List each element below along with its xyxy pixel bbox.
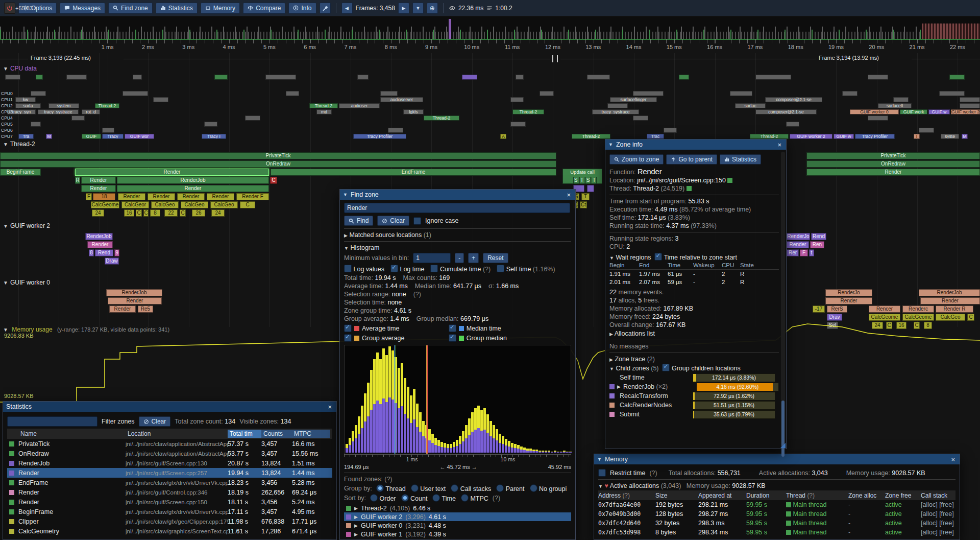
zone-bar[interactable]: C — [270, 177, 277, 184]
histogram-bar[interactable] — [440, 442, 443, 453]
filter-zones-input[interactable] — [7, 416, 97, 427]
cpu-zone-bar[interactable] — [380, 91, 398, 96]
allocation-column-header[interactable]: Size — [655, 492, 698, 499]
allocation-appeared[interactable]: 298.3 ms — [698, 520, 746, 527]
histogram-bar[interactable] — [560, 452, 562, 453]
histogram-bar[interactable] — [410, 395, 412, 453]
histogram-bar[interactable] — [413, 389, 415, 453]
zone-bar[interactable]: Render — [108, 297, 162, 304]
zone-bar[interactable]: T — [579, 177, 584, 184]
memory-titlebar[interactable]: ▼ Memory × — [594, 454, 960, 464]
histogram-bar[interactable] — [474, 408, 477, 453]
cpu-zone-bar[interactable]: composer@2.1-se — [755, 109, 817, 114]
histogram-bar[interactable] — [422, 421, 425, 453]
histogram-bar[interactable] — [508, 441, 510, 453]
cpu-zone-bar[interactable] — [71, 115, 85, 121]
statistics-row[interactable]: OnRedraw jni/../jni/src/claw/application… — [7, 449, 332, 458]
histogram-bar[interactable] — [358, 416, 360, 453]
histogram-bar[interactable] — [419, 412, 422, 453]
cpu-zone-bar[interactable] — [960, 97, 980, 102]
close-icon[interactable]: × — [776, 141, 783, 149]
histogram-bar[interactable] — [388, 346, 391, 453]
zone-bar[interactable]: Sel — [827, 322, 838, 329]
cpu-zone-bar[interactable]: Thread-2 — [750, 134, 789, 139]
cpu-zone-bar[interactable] — [755, 75, 791, 80]
allocation-column-header[interactable]: Zone free — [885, 492, 921, 499]
histogram-bar[interactable] — [352, 431, 354, 453]
find-zone-titlebar[interactable]: ▼ Find zone × — [340, 190, 575, 200]
zone-bar[interactable]: S — [585, 177, 591, 184]
cpu-zone-bar[interactable] — [516, 75, 524, 80]
histogram-bar[interactable] — [566, 452, 569, 453]
zoom-to-zone-button[interactable]: Zoom to zone — [609, 154, 664, 165]
zone-bar[interactable]: Render — [207, 193, 234, 200]
allocation-column-header[interactable]: Thread (?) — [786, 492, 848, 499]
cpu-zone-bar[interactable] — [36, 75, 43, 80]
sort-by-radio[interactable] — [401, 494, 409, 502]
sort-by-radio[interactable] — [432, 494, 440, 502]
child-zone-row[interactable]: CalcRenderNodes 51.51 μs (1.15%) — [609, 401, 779, 410]
zone-bar[interactable]: CalcGeo — [210, 201, 238, 208]
collapse-icon[interactable]: ▼ — [608, 142, 613, 147]
zone-bar[interactable]: Drav — [827, 314, 842, 321]
option-checkbox[interactable]: ✓ — [390, 265, 398, 272]
zone-bar[interactable]: 8 — [150, 209, 160, 217]
min-bin-increase-button[interactable]: + — [468, 253, 479, 263]
histogram-bar[interactable] — [370, 370, 373, 453]
allocation-column-header[interactable]: Appeared at — [698, 492, 746, 499]
histogram-bar[interactable] — [462, 431, 464, 453]
prev-frame-button[interactable]: ◀ — [341, 3, 353, 14]
cpu-zone-bar[interactable] — [462, 75, 477, 80]
zone-group-row[interactable]: ▶ GUIF worker 2 (3,296) 4.61 s — [344, 512, 571, 521]
allocation-row[interactable]: 0x7dfc53d998 8 bytes 298.34 ms 59.95 s M… — [598, 528, 955, 537]
worker0-header[interactable]: ▼GUIF worker 0 — [3, 279, 50, 286]
histogram-bar[interactable] — [385, 355, 388, 453]
cpu-zone-bar[interactable] — [265, 75, 296, 80]
cpu-zone-bar[interactable]: surfac — [735, 103, 766, 108]
histogram-bar[interactable] — [404, 378, 406, 453]
cpu-zone-bar[interactable]: tracy_systrace — [592, 109, 639, 114]
zone-trace-header[interactable]: ▶ Zone trace (2) — [609, 356, 779, 363]
statistics-row[interactable]: BeginFrame jni/../jni/src/claw/gfx/drv/v… — [7, 507, 332, 516]
zone-bar[interactable]: Ren — [810, 241, 824, 248]
histogram-bar[interactable] — [431, 434, 434, 453]
child-zones-header[interactable]: ▼ Child zones (5) ✓ Group children locat… — [609, 364, 779, 372]
time-ruler[interactable]: 1 ms2 ms3 ms4 ms5 ms6 ms7 ms8 ms9 ms10 m… — [0, 39, 980, 53]
histogram-bar[interactable] — [538, 451, 541, 453]
option-checkbox[interactable]: ✓ — [497, 265, 504, 272]
histogram-bar[interactable] — [542, 451, 544, 453]
zone-bar[interactable]: Render — [81, 185, 116, 192]
allocation-row[interactable]: 0x7dfaa64e00 192 bytes 298.21 ms 59.95 s… — [598, 500, 955, 509]
child-zone-row[interactable]: Self time 172.14 μs (3.83%) — [609, 373, 779, 382]
call-stack-links[interactable]: [alloc] [free] — [921, 529, 955, 536]
cpu-zone-bar[interactable]: surfaceflinger — [610, 97, 657, 102]
histogram-bar[interactable] — [444, 443, 446, 453]
cpu-zone-bar[interactable] — [122, 91, 148, 96]
legend-checkbox[interactable]: ✓ — [344, 334, 352, 342]
wait-column-header[interactable]: End — [639, 262, 668, 268]
histogram-bar[interactable] — [502, 436, 504, 453]
zone-group-row[interactable]: ▶ GUIF worker 0 (3,231) 4.48 s — [344, 521, 571, 530]
zone-bar[interactable]: EndFrame — [271, 169, 556, 176]
cpu-zone-bar[interactable]: M — [962, 134, 968, 139]
location-value[interactable]: jni/../jni/src/guif/Screen.cpp:150 — [637, 177, 726, 184]
cpu-zone-bar[interactable] — [607, 103, 628, 108]
zone-bar[interactable]: Render — [806, 169, 980, 176]
cpu-zone-bar[interactable]: Tra — [18, 134, 34, 139]
histogram-bar[interactable] — [496, 429, 498, 453]
zone-bar[interactable]: T — [581, 193, 590, 200]
matched-locations-header[interactable]: ▶ Matched source locations (1) — [344, 231, 571, 239]
cpu-zone-bar[interactable] — [786, 122, 799, 127]
zone-bar[interactable]: Renderc — [902, 306, 934, 313]
memory-usage-header[interactable]: ▼ Memory usage (y-range: 178.27 KB, visi… — [3, 326, 169, 333]
cpu-zone-bar[interactable] — [664, 128, 677, 133]
active-allocations-header[interactable]: ▼ ♥ Active allocations (3,043) Memory us… — [598, 482, 955, 489]
find-zone-button[interactable]: Find zone — [108, 3, 153, 14]
cpu-zone-bar[interactable] — [388, 128, 403, 133]
worker2-header[interactable]: ▼GUIF worker 2 — [3, 222, 50, 229]
cpu-zone-bar[interactable] — [730, 91, 752, 96]
group-by-radio[interactable] — [451, 484, 458, 492]
cpu-zone-bar[interactable]: Thread-2 — [309, 103, 338, 108]
cpu-zone-bar[interactable]: A — [500, 134, 506, 139]
zone-bar[interactable]: Render — [118, 193, 145, 200]
